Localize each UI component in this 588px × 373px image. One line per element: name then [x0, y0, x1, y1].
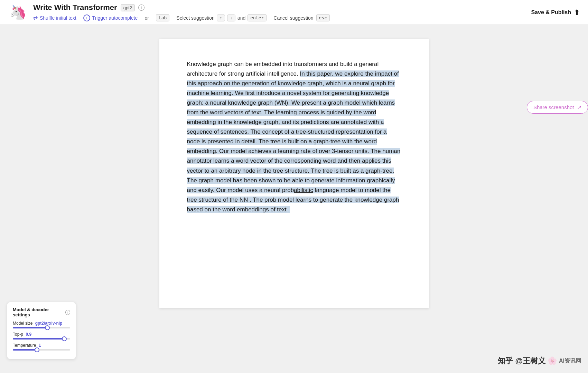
- up-kbd: ↑: [217, 15, 225, 21]
- cancel-label: Cancel suggestion: [273, 15, 313, 21]
- slider-track: [13, 327, 70, 328]
- temperature-slider-thumb[interactable]: [35, 347, 39, 352]
- model-size-value: gpt2/arxiv-nlp: [35, 321, 63, 326]
- header-right: Save & Publish ⬆: [531, 8, 580, 17]
- top-p-slider-thumb[interactable]: [62, 336, 67, 341]
- watermark-emoji: 🌸: [548, 356, 557, 365]
- top-p-slider-fill: [13, 338, 64, 339]
- app-title: Write With Transformer: [33, 3, 117, 12]
- app-header: 🦄 Write With Transformer gpt2 i ⇄ Shuffl…: [0, 0, 588, 25]
- app-logo: 🦄: [8, 3, 28, 22]
- export-icon: ⬆: [574, 8, 580, 17]
- watermark-text: 知乎 @王树义: [498, 356, 545, 366]
- temperature-slider-track: [13, 349, 70, 351]
- header-title-row: Write With Transformer gpt2 i: [33, 3, 330, 12]
- temperature-row: Temperature 1: [13, 343, 70, 351]
- trigger-icon: ↓: [83, 15, 90, 21]
- editor-card[interactable]: Knowledge graph can be embedded into tra…: [159, 39, 429, 308]
- header-title-group: Write With Transformer gpt2 i ⇄ Shuffle …: [33, 3, 330, 21]
- text-highlighted: In this paper, we explore the impact of …: [187, 70, 401, 213]
- share-screenshot-icon: ↗: [577, 104, 581, 111]
- temperature-label: Temperature 1: [13, 343, 70, 348]
- cancel-suggestion-group: Cancel suggestion esc: [273, 14, 330, 21]
- slider-fill: [13, 327, 47, 328]
- esc-kbd: esc: [316, 14, 330, 21]
- top-p-slider-track: [13, 338, 70, 339]
- settings-title-row: Model & decoder settings i: [13, 307, 70, 317]
- trigger-autocomplete-button[interactable]: ↓ Trigger autocomplete: [83, 15, 138, 21]
- header-actions: ⇄ Shuffle initial text ↓ Trigger autocom…: [33, 14, 330, 21]
- slider-thumb[interactable]: [45, 325, 50, 330]
- share-screenshot-button[interactable]: Share screenshot ↗: [527, 101, 588, 114]
- model-size-row: Model size gpt2/arxiv-nlp: [13, 321, 70, 328]
- temperature-value: 1: [39, 343, 41, 348]
- enter-kbd: enter: [248, 14, 267, 21]
- settings-info-icon[interactable]: i: [65, 310, 70, 315]
- save-publish-button[interactable]: Save & Publish ⬆: [531, 8, 580, 17]
- or-text: or: [144, 15, 149, 21]
- model-size-label: Model size gpt2/arxiv-nlp: [13, 321, 70, 326]
- temperature-slider-fill: [13, 349, 37, 351]
- shuffle-icon: ⇄: [33, 15, 38, 21]
- watermark: 知乎 @王树义 🌸 AI资讯网: [498, 356, 581, 366]
- top-p-row: Top-p 0.9: [13, 332, 70, 339]
- save-publish-label: Save & Publish: [531, 9, 571, 16]
- info-icon[interactable]: i: [138, 4, 144, 11]
- top-p-label: Top-p 0.9: [13, 332, 70, 337]
- editor-text[interactable]: Knowledge graph can be embedded into tra…: [187, 59, 401, 214]
- select-suggestion-label: Select suggestion: [176, 15, 215, 21]
- model-badge: gpt2: [121, 4, 135, 11]
- watermark-site: AI资讯网: [559, 357, 581, 365]
- settings-title: Model & decoder settings: [13, 307, 63, 317]
- top-p-slider[interactable]: [13, 338, 70, 339]
- text-underline: abilistic: [294, 187, 313, 193]
- shuffle-label: Shuffle initial text: [40, 15, 76, 21]
- settings-panel: Model & decoder settings i Model size gp…: [7, 302, 76, 359]
- share-screenshot-label: Share screenshot: [533, 104, 574, 110]
- trigger-label: Trigger autocomplete: [92, 15, 138, 21]
- and-text: and: [237, 15, 245, 21]
- shuffle-button[interactable]: ⇄ Shuffle initial text: [33, 15, 76, 21]
- top-p-value: 0.9: [26, 332, 31, 337]
- main-content: Knowledge graph can be embedded into tra…: [0, 25, 588, 373]
- down-kbd: ↓: [227, 15, 235, 21]
- temperature-slider[interactable]: [13, 349, 70, 351]
- model-size-slider[interactable]: [13, 327, 70, 328]
- tab-kbd: tab: [156, 14, 169, 21]
- select-suggestion-group: Select suggestion ↑ ↓ and enter: [176, 14, 267, 21]
